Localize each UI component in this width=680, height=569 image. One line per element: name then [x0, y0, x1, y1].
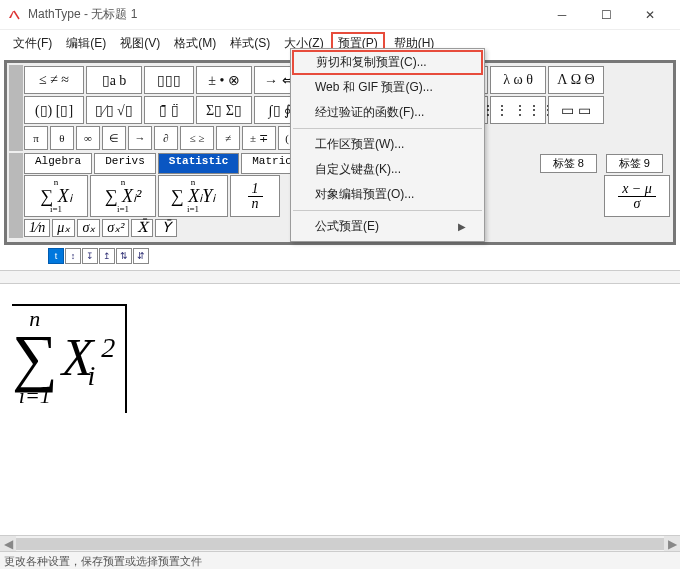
qsym-infinity[interactable]: ∞	[76, 126, 100, 150]
dropdown-formula-prefs-label: 公式预置(E)	[315, 218, 379, 235]
align-icon-3[interactable]: ↧	[82, 248, 98, 264]
sym-spacing[interactable]: ▯a b	[86, 66, 142, 94]
window-title: MathType - 无标题 1	[28, 6, 137, 23]
tab-algebra[interactable]: Algebra	[24, 153, 92, 174]
align-icon-1[interactable]: t	[48, 248, 64, 264]
formula-selection[interactable]: n ∑ i=1 X i 2	[12, 304, 127, 413]
close-button[interactable]: ✕	[628, 1, 672, 29]
palette-sigmax2[interactable]: σₓ²	[102, 219, 129, 237]
toolbar-grip[interactable]	[9, 65, 23, 95]
sum-lower: i=1	[50, 205, 62, 214]
dropdown-separator	[293, 128, 482, 129]
menu-file[interactable]: 文件(F)	[6, 32, 59, 55]
qsym-element[interactable]: ∈	[102, 126, 126, 150]
qsym-pi[interactable]: π	[24, 126, 48, 150]
sigma-icon: ∑	[12, 332, 58, 383]
dropdown-obj-edit[interactable]: 对象编辑预置(O)...	[291, 182, 484, 207]
tab-statistics[interactable]: Statistic	[158, 153, 239, 174]
submenu-arrow-icon: ▶	[458, 221, 466, 232]
menu-style[interactable]: 样式(S)	[223, 32, 277, 55]
prefs-dropdown: 剪切和复制预置(C)... Web 和 GIF 预置(G)... 经过验证的函数…	[290, 48, 485, 242]
dropdown-formula-prefs[interactable]: 公式预置(E) ▶	[291, 214, 484, 239]
toolbar-grip[interactable]	[9, 153, 23, 174]
menu-edit[interactable]: 编辑(E)	[59, 32, 113, 55]
palette-ybar[interactable]: Ȳ	[155, 219, 177, 237]
toolbar-grip[interactable]	[9, 174, 23, 218]
minimize-button[interactable]: ─	[540, 1, 584, 29]
tab-label-9[interactable]: 标签 9	[606, 154, 663, 173]
formula: n ∑ i=1 X i 2	[12, 306, 115, 409]
palette-sigmax[interactable]: σₓ	[77, 219, 100, 237]
menu-format[interactable]: 格式(M)	[167, 32, 223, 55]
menu-view[interactable]: 视图(V)	[113, 32, 167, 55]
dropdown-cut-copy[interactable]: 剪切和复制预置(C)...	[292, 50, 483, 75]
dropdown-separator	[293, 210, 482, 211]
palette-frac-xmu[interactable]: x − μσ	[604, 175, 670, 217]
palette-sum-x2[interactable]: n ∑ Xᵢ² i=1	[90, 175, 156, 217]
align-icon-5[interactable]: ⇅	[116, 248, 132, 264]
tpl-fraction[interactable]: ▯⁄▯ √▯	[86, 96, 142, 124]
formula-superscript: 2	[101, 332, 115, 364]
palette-sum-x[interactable]: n ∑ Xᵢ i=1	[24, 175, 88, 217]
tpl-sum[interactable]: Σ▯ Σ▯	[196, 96, 252, 124]
align-icon-6[interactable]: ⇵	[133, 248, 149, 264]
tpl-fences[interactable]: (▯) [▯]	[24, 96, 84, 124]
qsym-partial[interactable]: ∂	[154, 126, 178, 150]
sym-greek-lower[interactable]: λ ω θ	[490, 66, 546, 94]
dropdown-custom-kb[interactable]: 自定义键盘(K)...	[291, 157, 484, 182]
toolbar-grip[interactable]	[9, 218, 23, 238]
palette-xbar[interactable]: X̄	[131, 219, 153, 237]
palette-mux[interactable]: μₓ	[52, 219, 75, 237]
dropdown-web-gif[interactable]: Web 和 GIF 预置(G)...	[291, 75, 484, 100]
palette-frac-1n[interactable]: 1n	[230, 175, 280, 217]
dropdown-workspace[interactable]: 工作区预置(W)...	[291, 132, 484, 157]
document-area[interactable]: n ∑ i=1 X i 2	[0, 284, 680, 569]
qsym-lege[interactable]: ≤ ≥	[180, 126, 214, 150]
dropdown-verified-fn[interactable]: 经过验证的函数(F)...	[291, 100, 484, 125]
align-icon-4[interactable]: ↥	[99, 248, 115, 264]
tab-label-8[interactable]: 标签 8	[540, 154, 597, 173]
formula-subscript: i	[87, 360, 95, 392]
scroll-right-icon[interactable]: ▶	[664, 536, 680, 551]
sym-greek-upper[interactable]: Λ Ω Θ	[548, 66, 604, 94]
qsym-arrow[interactable]: →	[128, 126, 152, 150]
ruler[interactable]	[0, 270, 680, 284]
alignment-icon-row: t ↕ ↧ ↥ ⇅ ⇵	[0, 245, 680, 267]
sym-operators[interactable]: ± • ⊗	[196, 66, 252, 94]
qsym-theta[interactable]: θ	[50, 126, 74, 150]
sum-lower-bound: i=1	[19, 383, 51, 409]
tpl-box[interactable]: ▭ ▭	[548, 96, 604, 124]
tpl-overbar[interactable]: ▯̄ ▯̈	[144, 96, 194, 124]
tpl-matrix[interactable]: ⋮⋮ ⋮⋮⋮	[490, 96, 546, 124]
sym-embellish[interactable]: ▯▯▯	[144, 66, 194, 94]
tab-derivs[interactable]: Derivs	[94, 153, 156, 174]
status-bar: 更改各种设置，保存预置或选择预置文件	[0, 551, 680, 569]
titlebar: MathType - 无标题 1 ─ ☐ ✕	[0, 0, 680, 30]
horizontal-scrollbar[interactable]: ◀ ▶	[0, 535, 680, 551]
scroll-left-icon[interactable]: ◀	[0, 536, 16, 551]
align-icon-2[interactable]: ↕	[65, 248, 81, 264]
qsym-neq[interactable]: ≠	[216, 126, 240, 150]
toolbar-grip[interactable]	[9, 95, 23, 125]
palette-sum-xy[interactable]: n ∑ XᵢYᵢ i=1	[158, 175, 228, 217]
app-logo-icon	[8, 8, 22, 22]
palette-1n[interactable]: 1⁄n	[24, 219, 50, 237]
status-text: 更改各种设置，保存预置或选择预置文件	[4, 555, 202, 567]
maximize-button[interactable]: ☐	[584, 1, 628, 29]
qsym-pm[interactable]: ± ∓	[242, 126, 276, 150]
toolbar-grip[interactable]	[9, 125, 23, 151]
scrollbar-thumb[interactable]	[16, 538, 664, 550]
sym-relations[interactable]: ≤ ≠ ≈	[24, 66, 84, 94]
